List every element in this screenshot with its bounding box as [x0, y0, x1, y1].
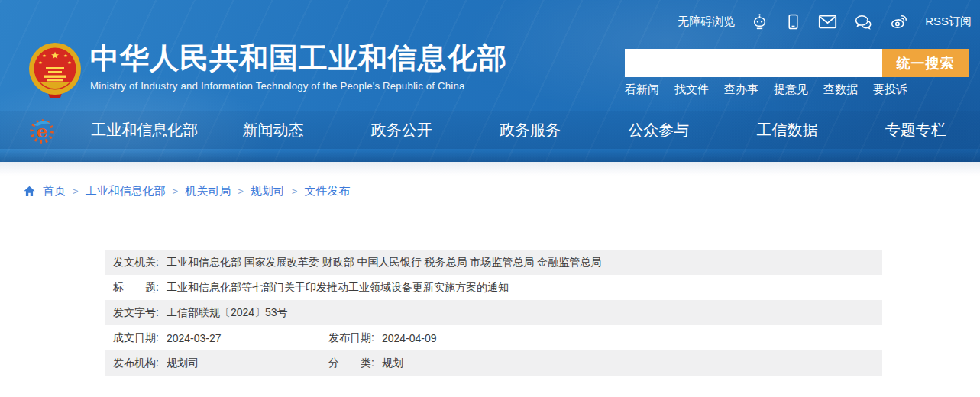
meta-value: 2024-04-09	[382, 332, 437, 344]
brand: 中华人民共和国工业和信息化部 Ministry of Industry and …	[90, 43, 507, 92]
rss-link[interactable]: RSS订阅	[925, 15, 972, 29]
breadcrumb-separator: >	[173, 186, 179, 197]
nav-item-gov-services[interactable]: 政务服务	[466, 111, 594, 149]
svg-text:★: ★	[63, 53, 67, 58]
meta-label: 分 类:	[328, 357, 374, 370]
meta-pair-publish-date: 发布日期: 2024-04-09	[328, 325, 437, 350]
meta-row-issuing-agency: 发文机关: 工业和信息化部 国家发展改革委 财政部 中国人民银行 税务总局 市场…	[105, 250, 882, 275]
meta-value: 规划	[382, 357, 403, 370]
accessibility-link[interactable]: 无障碍浏览	[678, 15, 735, 29]
mail-icon[interactable]	[817, 12, 838, 31]
document-metadata-table: 发文机关: 工业和信息化部 国家发展改革委 财政部 中国人民银行 税务总局 市场…	[105, 250, 882, 376]
nav-items: 工业和信息化部 新闻动态 政务公开 政务服务 公众参与 工信数据 专题专栏	[80, 111, 980, 149]
quick-link-data[interactable]: 查数据	[823, 82, 858, 97]
site-header: 无障碍浏览	[0, 0, 980, 162]
china-national-emblem: ★ ★ ★ ★ ★	[26, 41, 84, 99]
search-input[interactable]	[625, 49, 882, 77]
meta-row-publisher-category: 发布机构: 规划司 分 类: 规划	[105, 350, 882, 376]
nav-item-special-topics[interactable]: 专题专栏	[852, 111, 980, 149]
quick-link-services[interactable]: 查办事	[724, 82, 758, 97]
meta-label: 标 题:	[113, 281, 159, 295]
meta-value: 工信部联规〔2024〕53号	[167, 306, 288, 320]
svg-text:★: ★	[38, 60, 42, 65]
quick-link-documents[interactable]: 找文件	[674, 82, 709, 97]
meta-value: 2024-03-27	[167, 332, 222, 344]
nav-item-miit[interactable]: 工业和信息化部	[80, 111, 209, 149]
nav-item-news[interactable]: 新闻动态	[209, 111, 337, 149]
robot-assistant-icon[interactable]	[750, 12, 769, 31]
meta-value: 工业和信息化部 国家发展改革委 财政部 中国人民银行 税务总局 市场监管总局 金…	[167, 256, 601, 270]
meta-value: 规划司	[167, 357, 199, 370]
meta-row-title: 标 题: 工业和信息化部等七部门关于印发推动工业领域设备更新实施方案的通知	[105, 275, 882, 300]
header-fade-band	[0, 162, 980, 177]
quick-links: 看新闻 找文件 查办事 提意见 查数据 要投诉	[625, 82, 907, 97]
breadcrumb-separator: >	[73, 186, 79, 197]
svg-text:★: ★	[50, 50, 60, 61]
meta-pair-category: 分 类: 规划	[328, 350, 403, 376]
svg-text:★: ★	[67, 60, 71, 65]
meta-label: 发布日期:	[328, 331, 374, 345]
breadcrumb-separator: >	[238, 186, 244, 197]
search-box: 统一搜索	[625, 49, 969, 77]
nav-item-miit-data[interactable]: 工信数据	[723, 111, 851, 149]
breadcrumb: 首页 > 工业和信息化部 > 机关司局 > 规划司 > 文件发布	[23, 184, 980, 198]
meta-label: 成文日期:	[113, 331, 159, 345]
breadcrumb-separator: >	[292, 186, 298, 197]
unified-search-button[interactable]: 统一搜索	[882, 49, 969, 77]
breadcrumb-document-release[interactable]: 文件发布	[304, 184, 350, 198]
quick-link-complaints[interactable]: 要投诉	[873, 82, 907, 97]
nav-item-gov-disclosure[interactable]: 政务公开	[338, 111, 466, 149]
site-title: 中华人民共和国工业和信息化部	[90, 43, 507, 75]
mobile-icon[interactable]	[784, 12, 802, 31]
home-icon[interactable]	[23, 185, 36, 198]
wechat-icon[interactable]	[853, 12, 874, 31]
breadcrumb-planning-dept[interactable]: 规划司	[251, 184, 285, 198]
breadcrumb-miit[interactable]: 工业和信息化部	[86, 184, 166, 198]
breadcrumb-home[interactable]: 首页	[43, 184, 66, 198]
meta-label: 发文机关:	[113, 256, 159, 270]
nav-item-public-participation[interactable]: 公众参与	[594, 111, 723, 149]
quick-link-suggestions[interactable]: 提意见	[774, 82, 808, 97]
meta-label: 发文字号:	[113, 306, 159, 320]
topbar: 无障碍浏览	[678, 12, 972, 31]
meta-label: 发布机构:	[113, 357, 159, 370]
quick-link-news[interactable]: 看新闻	[625, 82, 659, 97]
meta-row-document-number: 发文字号: 工信部联规〔2024〕53号	[105, 300, 882, 325]
meta-value: 工业和信息化部等七部门关于印发推动工业领域设备更新实施方案的通知	[167, 281, 509, 295]
miit-e-logo-icon: e	[27, 116, 57, 145]
meta-row-dates: 成文日期: 2024-03-27 发布日期: 2024-04-09	[105, 325, 882, 350]
site-subtitle: Ministry of Industry and Information Tec…	[90, 80, 507, 92]
svg-text:★: ★	[42, 53, 46, 58]
breadcrumb-departments[interactable]: 机关司局	[185, 184, 231, 198]
main-nav: e 工业和信息化部 新闻动态 政务公开 政务服务 公众参与 工信数据 专题专栏	[0, 111, 980, 149]
weibo-icon[interactable]	[889, 12, 910, 31]
